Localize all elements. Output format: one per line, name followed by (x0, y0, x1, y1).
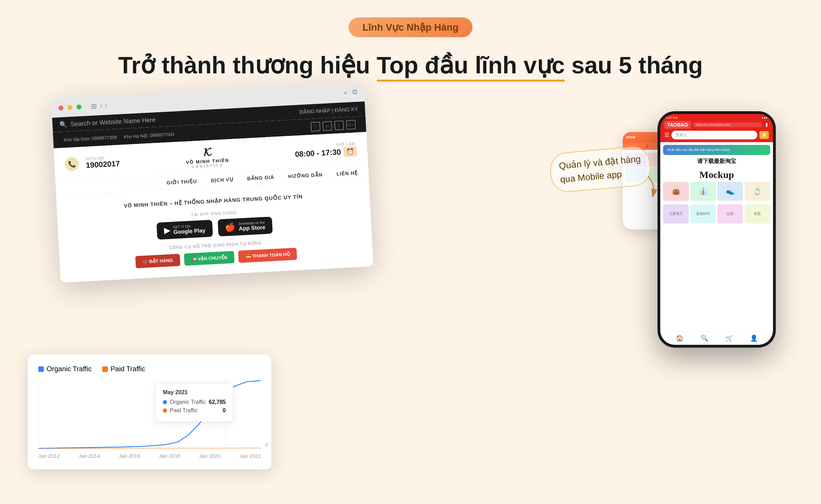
website-content: Kho Sài Gòn: 0988977308 Kho Hà Nội: 0988… (53, 116, 373, 283)
main-heading: Trở thành thương hiệu Top đầu lĩnh vực s… (0, 51, 821, 80)
category-clothes[interactable]: 👔 (690, 182, 716, 201)
signal-icons: ●●● (762, 116, 767, 120)
browser-new-tab: ＋ ⧉ (342, 88, 357, 98)
phone-screen: 3:47 PM ●●● TAOBAO https://m.intl.taobao… (660, 114, 773, 345)
add-tab-icon[interactable]: ＋ (342, 88, 349, 98)
tooltip-paid-dot (163, 408, 167, 413)
hours-time: 08:00 - 17:30 (295, 148, 341, 159)
order-button[interactable]: 🛒 ĐẶT HÀNG (135, 254, 180, 268)
search-placeholder: 搜索文 (676, 132, 687, 138)
app-store-label: App Store (239, 224, 265, 232)
grid-icon[interactable]: ⊞ (91, 102, 97, 111)
category-badge: Lĩnh Vực Nhập Hàng (349, 17, 472, 37)
search-icon: 🔍 (59, 121, 67, 129)
tooltip-organic-dot (163, 400, 167, 404)
pay-button[interactable]: 💳 THANH TOÁN HỘ (238, 248, 297, 263)
kho-hanoi: Kho Hà Nội: 0988977041 (124, 131, 175, 139)
paid-traffic-legend: Paid Traffic (102, 365, 145, 373)
heading-part1: Trở thành thương hiệu (118, 52, 377, 78)
browser-nav: ⊞ ‹ › (91, 101, 107, 110)
nav-intro[interactable]: GIỚI THIỆU (167, 178, 197, 186)
social-icons: f in t G+ (311, 120, 356, 131)
chart-legend: Organic Traffic Paid Traffic (38, 365, 261, 373)
paid-traffic-checkbox[interactable] (102, 366, 108, 372)
hotline-icon: 📞 (65, 157, 79, 171)
paid-traffic-label: Paid Traffic (111, 365, 145, 373)
status-bar: 3:47 PM ●●● (660, 114, 773, 120)
nav-guide[interactable]: HƯỚNG DẪN (288, 172, 323, 179)
apple-icon: 🍎 (225, 222, 236, 233)
category-accessories[interactable]: 💍 (744, 182, 770, 201)
phone-mockup: 3:47 PM ●●● TAOBAO https://m.intl.taobao… (657, 111, 776, 348)
x-label-2016: Jan 2016 (119, 453, 140, 459)
instagram-icon[interactable]: in (322, 121, 332, 131)
forward-icon[interactable]: › (105, 101, 107, 109)
site-logo: 𝓚 VÕ MINH THIÊN LOGISTICS (185, 145, 229, 169)
hotline-number: 19002017 (86, 159, 120, 170)
maximize-icon[interactable] (77, 104, 82, 109)
product-categories: 👜 👔 👟 💍 儿童包子 蓝色时尚 品类 杂货 (663, 182, 770, 223)
chart-y-label: 0 (265, 442, 268, 447)
menu-icon[interactable]: ☰ (664, 132, 669, 138)
taobao-header: TAOBAO https://m.intl.taobao.com/ ⬆ ☰ 搜索… (660, 120, 773, 142)
taobao-search-bar[interactable]: 搜索文 (671, 131, 757, 139)
chart-x-axis: Jan 2012 Jan 2014 Jan 2016 Jan 2018 Jan … (38, 453, 261, 459)
x-label-2018: Jan 2018 (159, 453, 181, 459)
search-tab[interactable]: 🔍 (701, 334, 708, 342)
back-icon[interactable]: ‹ (99, 101, 102, 110)
browser-window: ⊞ ‹ › ＋ ⧉ 🔍 Search or Website Name Here … (51, 82, 374, 283)
tooltip-paid-row: Paid Traffic 0 (163, 407, 226, 414)
chart-area: 0 May 2021 Organic Traffic 62,785 Paid T… (38, 380, 261, 449)
x-label-2014: Jan 2014 (79, 453, 100, 459)
category-items[interactable]: 品类 (717, 204, 743, 223)
share-icon[interactable]: ⬆ (764, 122, 769, 128)
category-bags[interactable]: 👜 (663, 182, 689, 201)
category-misc[interactable]: 杂货 (744, 204, 770, 223)
organic-traffic-legend: Organic Traffic (38, 365, 92, 373)
minimize-icon[interactable] (67, 105, 73, 110)
x-label-2022: Jan 2022 (239, 453, 261, 459)
site-hours: GIỜ LÀM: 08:00 - 17:30 ⏰ (295, 141, 357, 160)
cart-tab[interactable]: 🛒 (725, 334, 733, 342)
promo-banner: Nhấn đầu vào đây để nhận tặng thêm 8clic… (663, 145, 770, 155)
google-play-button[interactable]: ▶ GET IT ON Google Play (157, 220, 213, 239)
tooltip-organic-value: 62,785 (209, 399, 226, 405)
tooltip-organic-label: Organic Traffic (170, 399, 206, 405)
category-shoes[interactable]: 👟 (717, 182, 743, 201)
mockup-label: Mockup (660, 168, 773, 182)
nav-service[interactable]: DỊCH VỤ (211, 177, 233, 183)
copy-icon[interactable]: ⧉ (352, 88, 357, 97)
nav-price[interactable]: BẢNG GIÁ (247, 174, 274, 181)
analytics-card: Organic Traffic Paid Traffic 0 May 2021 … (28, 355, 271, 469)
ship-button[interactable]: 🚛 VẬN CHUYỂN (184, 251, 234, 266)
tooltip-paid-value: 0 (223, 407, 226, 414)
search-button[interactable]: 搜 (759, 131, 769, 139)
heading-highlight: Top đầu lĩnh vực (377, 51, 565, 80)
app-store-button[interactable]: 🍎 Download on the App Store (217, 217, 273, 236)
time-status: 3:47 PM (666, 116, 678, 120)
profile-tab[interactable]: 👤 (750, 334, 758, 342)
tooltip-organic-row: Organic Traffic 62,785 (163, 399, 226, 405)
home-tab[interactable]: 🏠 (676, 334, 684, 342)
nav-contact[interactable]: LIÊN HỆ (336, 170, 358, 177)
google-play-icon: ▶ (164, 226, 170, 235)
tooltip-paid-label: Paid Traffic (170, 407, 220, 414)
x-label-2012: Jan 2012 (38, 453, 60, 459)
category-blue-fashion[interactable]: 蓝色时尚 (690, 204, 716, 223)
facebook-icon[interactable]: f (311, 122, 320, 131)
close-icon[interactable] (58, 105, 64, 111)
google-icon[interactable]: G+ (346, 120, 356, 129)
heading-part2: sau 5 tháng (565, 52, 703, 78)
google-play-label: Google Play (173, 227, 206, 235)
auth-links[interactable]: ĐĂNG NHẬP | ĐĂNG KÝ (300, 106, 358, 115)
chart-tooltip: May 2021 Organic Traffic 62,785 Paid Tra… (156, 383, 233, 422)
category-kids[interactable]: 儿童包子 (663, 204, 689, 223)
twitter-icon[interactable]: t (334, 121, 344, 130)
address-bar-text: Search or Website Name Here (70, 116, 156, 128)
phone-bottom-nav: 🏠 🔍 🛒 👤 (660, 331, 773, 345)
handwritten-bubble: Quản lý và đặt hàngqua Mobile app (550, 149, 651, 189)
tooltip-date: May 2021 (163, 389, 226, 396)
topbar-contacts: Kho Sài Gòn: 0988977308 Kho Hà Nội: 0988… (64, 131, 175, 143)
organic-traffic-checkbox[interactable] (38, 366, 44, 372)
taobao-url-bar: https://m.intl.taobao.com/ (693, 122, 762, 127)
